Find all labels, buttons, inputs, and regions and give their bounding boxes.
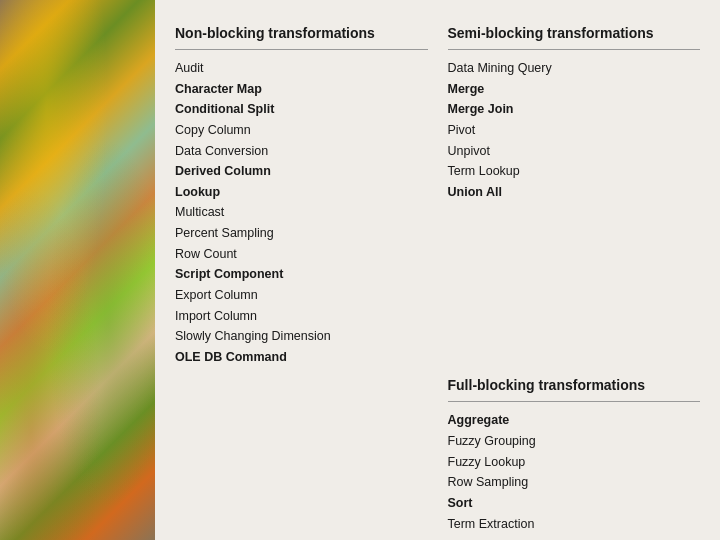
list-item: Union All	[448, 182, 701, 203]
list-item: Data Mining Query	[448, 58, 701, 79]
list-item: Export Column	[175, 285, 428, 306]
list-item: Sort	[448, 493, 701, 514]
list-item: Percent Sampling	[175, 223, 428, 244]
semi-blocking-heading: Semi-blocking transformations	[448, 25, 701, 50]
list-item: Row Count	[175, 244, 428, 265]
list-item: Pivot	[448, 120, 701, 141]
list-item: Row Sampling	[448, 472, 701, 493]
list-item: Copy Column	[175, 120, 428, 141]
decorative-sidebar	[0, 0, 155, 540]
list-item: Aggregate	[448, 410, 701, 431]
list-item: Derived Column	[175, 161, 428, 182]
list-item: Multicast	[175, 202, 428, 223]
main-content: Non-blocking transformations Semi-blocki…	[155, 0, 720, 540]
list-item: Merge Join	[448, 99, 701, 120]
list-item: Term Extraction	[448, 514, 701, 535]
list-item: Character Map	[175, 79, 428, 100]
list-item: Fuzzy Grouping	[448, 431, 701, 452]
semi-blocking-list: Data Mining QueryMergeMerge JoinPivotUnp…	[448, 58, 701, 367]
list-item: Conditional Split	[175, 99, 428, 120]
list-item: Unpivot	[448, 141, 701, 162]
list-item: OLE DB Command	[175, 347, 428, 368]
list-item: Import Column	[175, 306, 428, 327]
list-item: Audit	[175, 58, 428, 79]
list-item: Slowly Changing Dimension	[175, 326, 428, 347]
full-blocking-heading: Full-blocking transformations	[448, 377, 701, 402]
list-item: Script Component	[175, 264, 428, 285]
non-blocking-list: AuditCharacter MapConditional SplitCopy …	[175, 58, 428, 367]
list-item: Fuzzy Lookup	[448, 452, 701, 473]
list-item: Lookup	[175, 182, 428, 203]
list-item: Data Conversion	[175, 141, 428, 162]
list-item: Term Lookup	[448, 161, 701, 182]
non-blocking-heading: Non-blocking transformations	[175, 25, 428, 50]
full-blocking-list: AggregateFuzzy GroupingFuzzy LookupRow S…	[448, 410, 701, 534]
list-item: Merge	[448, 79, 701, 100]
